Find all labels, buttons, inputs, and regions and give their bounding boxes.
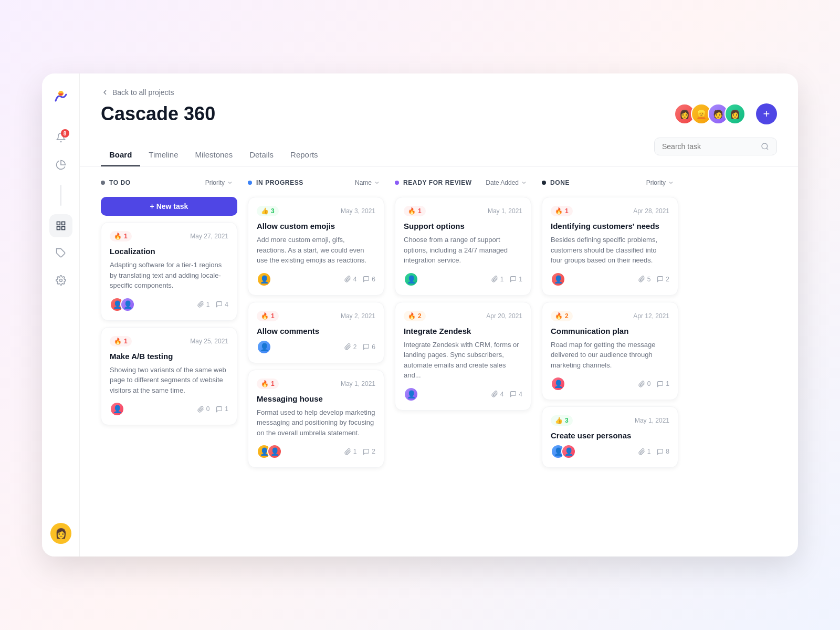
comment-number: 1	[666, 380, 669, 387]
add-member-button[interactable]: +	[756, 103, 777, 124]
nav-divider	[60, 185, 61, 206]
tab-milestones[interactable]: Milestones	[186, 144, 241, 166]
card-create-user-personas[interactable]: 👍 3 May 1, 2021 Create user personas 👤👤 …	[542, 406, 678, 468]
card-stats: 1 2	[344, 448, 375, 455]
priority-badge: 🔥 2	[404, 311, 426, 321]
comment-icon	[657, 381, 664, 387]
user-avatar[interactable]: 👩	[50, 523, 71, 544]
comment-count: 4	[216, 301, 228, 308]
comment-number: 6	[372, 276, 375, 283]
attachment-count: 5	[638, 276, 651, 283]
card-custom-emojis[interactable]: 👍 3 May 3, 2021 Allow custom emojis Add …	[248, 197, 384, 296]
attachment-count: 2	[344, 343, 357, 351]
column-in-progress: IN PROGRESS Name 👍 3 May 3, 2021 Allow c…	[248, 177, 384, 546]
comment-number: 1	[225, 405, 228, 413]
card-header: 🔥 2 Apr 12, 2021	[551, 311, 669, 321]
settings-icon[interactable]	[49, 269, 72, 292]
priority-badge: 🔥 1	[257, 311, 279, 321]
search-input[interactable]	[662, 142, 757, 151]
back-to-projects[interactable]: Back to all projects	[101, 88, 777, 97]
comment-count: 2	[363, 448, 375, 455]
page-header: Back to all projects Cascade 360 👩 👱 🧑 👩…	[80, 74, 798, 138]
app-logo[interactable]	[49, 86, 72, 109]
card-description: Integrate Zendesk with CRM, forms or lan…	[404, 340, 522, 381]
team-avatar-4[interactable]: 👩	[724, 103, 746, 124]
sort-button-ready-review[interactable]: Date Added	[481, 177, 531, 188]
priority-number: 1	[124, 233, 128, 240]
card-identifying-needs[interactable]: 🔥 1 Apr 28, 2021 Identifying customers' …	[542, 197, 678, 296]
priority-icon: 🔥	[555, 312, 563, 320]
card-title: Support options	[404, 222, 522, 230]
priority-number: 1	[271, 380, 275, 387]
attachment-count: 4	[491, 391, 504, 398]
card-avatar: 👤	[404, 272, 418, 287]
dashboard-icon[interactable]	[49, 214, 72, 237]
comment-count: 2	[657, 276, 669, 283]
card-date: May 2, 2021	[341, 312, 375, 320]
priority-badge: 🔥 1	[110, 336, 132, 346]
svg-point-0	[49, 86, 72, 109]
tab-timeline[interactable]: Timeline	[140, 144, 186, 166]
card-localization[interactable]: 🔥 1 May 27, 2021 Localization Adapting s…	[101, 222, 237, 321]
svg-rect-5	[57, 227, 60, 230]
card-avatar: 👤	[551, 376, 565, 391]
card-title: Create user personas	[551, 431, 669, 440]
card-date: May 25, 2021	[190, 338, 228, 345]
comment-icon	[363, 448, 370, 455]
card-header: 🔥 1 May 2, 2021	[257, 311, 375, 321]
card-title: Make A/B testing	[110, 352, 228, 361]
new-task-button[interactable]: + New task	[101, 197, 237, 216]
attach-number: 1	[353, 448, 357, 455]
priority-badge: 🔥 1	[257, 379, 279, 389]
card-title: Identifying customers' needs	[551, 222, 669, 230]
priority-icon: 👍	[261, 207, 269, 215]
notifications-icon[interactable]: 8	[49, 126, 72, 149]
paperclip-icon	[344, 448, 351, 455]
comment-number: 8	[666, 448, 669, 455]
comment-icon	[510, 391, 517, 397]
paperclip-icon	[491, 391, 498, 397]
card-date: May 1, 2021	[488, 207, 522, 215]
sort-button-done[interactable]: Priority	[642, 177, 678, 188]
analytics-icon[interactable]	[49, 153, 72, 176]
card-footer: 👤👤 1 4	[110, 297, 228, 312]
card-avatar-group: 👤👤	[257, 444, 282, 459]
card-avatar: 👤	[561, 444, 576, 459]
card-support-options[interactable]: 🔥 1 May 1, 2021 Support options Choose f…	[395, 197, 531, 296]
column-header-done: DONE Priority	[542, 177, 678, 188]
card-title: Allow custom emojis	[257, 222, 375, 230]
column-title-todo: TO DO	[101, 179, 131, 186]
comment-number: 1	[519, 276, 522, 283]
comment-icon	[657, 448, 664, 455]
card-communication-plan[interactable]: 🔥 2 Apr 12, 2021 Communication plan Road…	[542, 302, 678, 401]
card-avatar: 👤	[257, 340, 271, 354]
card-integrate-zendesk[interactable]: 🔥 2 Apr 20, 2021 Integrate Zendesk Integ…	[395, 302, 531, 411]
attachment-count: 1	[638, 448, 651, 455]
card-allow-comments[interactable]: 🔥 1 May 2, 2021 Allow comments 👤 2 6	[248, 302, 384, 363]
chevron-down-icon	[374, 180, 380, 186]
card-avatar: 👤	[404, 387, 418, 402]
sort-button-todo[interactable]: Priority	[201, 177, 237, 188]
priority-icon: 👍	[555, 417, 563, 424]
attach-number: 1	[206, 301, 210, 308]
project-header-row: Cascade 360 👩 👱 🧑 👩 +	[101, 103, 777, 125]
attach-number: 0	[647, 380, 651, 387]
integrations-icon[interactable]	[49, 242, 72, 265]
priority-number: 1	[124, 338, 128, 345]
comment-count: 6	[363, 343, 375, 351]
card-ab-testing[interactable]: 🔥 1 May 25, 2021 Make A/B testing Showin…	[101, 327, 237, 426]
card-header: 🔥 1 May 1, 2021	[257, 379, 375, 389]
tab-details[interactable]: Details	[241, 144, 282, 166]
comment-count: 8	[657, 448, 669, 455]
tab-reports[interactable]: Reports	[282, 144, 327, 166]
card-messaging-house[interactable]: 🔥 1 May 1, 2021 Messaging house Format u…	[248, 370, 384, 468]
card-date: May 1, 2021	[341, 380, 375, 387]
column-header-ready-review: READY FOR REVIEW Date Added	[395, 177, 531, 188]
attachment-count: 1	[344, 448, 357, 455]
priority-number: 3	[271, 207, 275, 215]
tabs-bar: Board Timeline Milestones Details Report…	[80, 138, 798, 166]
sort-button-in-progress[interactable]: Name	[351, 177, 384, 188]
column-done: DONE Priority 🔥 1 Apr 28, 2021 Identifyi…	[542, 177, 678, 546]
priority-number: 2	[565, 312, 569, 320]
tab-board[interactable]: Board	[101, 144, 140, 166]
